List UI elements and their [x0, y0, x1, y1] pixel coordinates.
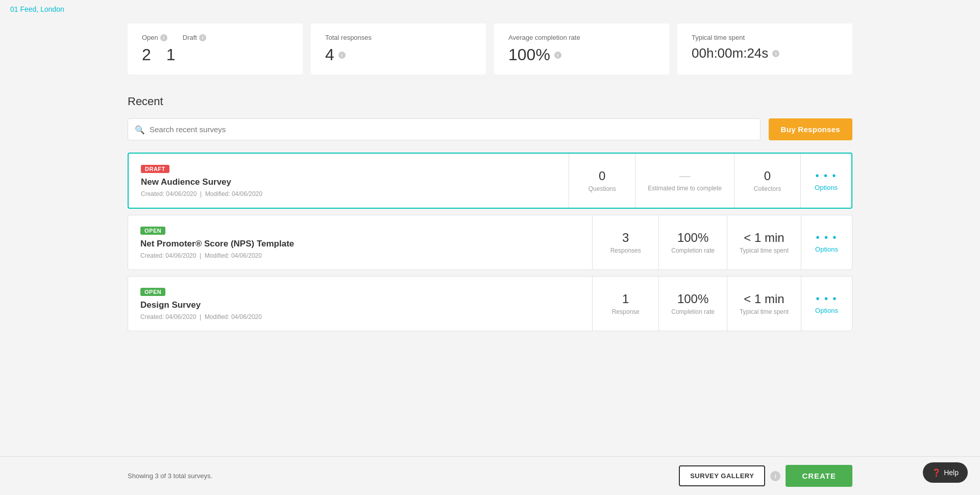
draft-info-icon[interactable]: i — [199, 34, 206, 41]
total-responses-value: 4 — [325, 45, 334, 64]
recent-section: Recent 🔍 Buy Responses DRAFT New Audienc… — [128, 95, 852, 331]
footer-actions: SURVEY GALLERY i CREATE — [679, 465, 852, 487]
search-icon: 🔍 — [135, 125, 145, 134]
options-label-1: Options — [815, 184, 838, 191]
survey-stat-label-1b: Estimated time to complete — [648, 185, 722, 192]
typical-time-label: Typical time spent — [692, 34, 745, 41]
survey-stat-1a: 0 Questions — [569, 154, 635, 208]
survey-stat-2a: 3 Responses — [592, 215, 658, 269]
status-badge-1: DRAFT — [141, 165, 169, 173]
survey-stat-value-3a: 1 — [622, 292, 629, 306]
survey-stat-1b: — Estimated time to complete — [635, 154, 734, 208]
survey-stat-value-3b: 100% — [677, 292, 708, 306]
typical-time-card: Typical time spent 00h:00m:24s i — [677, 23, 852, 75]
survey-stat-label-2b: Completion rate — [671, 247, 715, 254]
survey-stat-label-2c: Typical time spent — [740, 247, 789, 254]
help-label: Help — [944, 468, 959, 477]
avg-completion-card: Average completion rate 100% i — [494, 23, 669, 75]
survey-meta-2: Created: 04/06/2020 | Modified: 04/06/20… — [140, 252, 580, 259]
survey-stat-3b: 100% Completion rate — [658, 277, 727, 331]
typical-time-value: 00h:00m:24s — [692, 45, 768, 61]
survey-info-2[interactable]: OPEN Net Promoter® Score (NPS) Template … — [128, 215, 592, 269]
stats-row: Open i Draft i 2 1 Total responses 4 i — [128, 23, 852, 75]
survey-stat-label-1c: Collectors — [754, 185, 781, 192]
survey-list: DRAFT New Audience Survey Created: 04/06… — [128, 153, 852, 331]
showing-text: Showing 3 of 3 total surveys. — [128, 472, 212, 480]
survey-options-3[interactable]: • • • Options — [801, 277, 852, 331]
survey-stat-2b: 100% Completion rate — [658, 215, 727, 269]
survey-stat-label-3a: Response — [612, 308, 640, 315]
options-dots-3: • • • — [816, 293, 837, 305]
total-responses-info-icon[interactable]: i — [338, 52, 346, 59]
survey-card-2: OPEN Net Promoter® Score (NPS) Template … — [128, 215, 852, 270]
draft-value: 1 — [166, 45, 176, 64]
survey-stat-value-1b: — — [679, 169, 691, 183]
survey-title-3: Design Survey — [140, 300, 580, 310]
recent-title: Recent — [128, 95, 852, 108]
status-badge-2: OPEN — [140, 227, 165, 235]
survey-stat-2c: < 1 min Typical time spent — [727, 215, 801, 269]
survey-stat-value-2b: 100% — [677, 231, 708, 245]
options-label-3: Options — [815, 307, 838, 314]
search-box: 🔍 — [128, 118, 761, 140]
draft-label: Draft — [183, 34, 197, 41]
survey-card-1: DRAFT New Audience Survey Created: 04/06… — [128, 153, 852, 209]
survey-meta-3: Created: 04/06/2020 | Modified: 04/06/20… — [140, 313, 580, 320]
avg-completion-value: 100% — [508, 45, 550, 64]
survey-card-3: OPEN Design Survey Created: 04/06/2020 |… — [128, 276, 852, 331]
open-label: Open — [142, 34, 158, 41]
survey-gallery-button[interactable]: SURVEY GALLERY — [679, 465, 765, 486]
open-draft-card: Open i Draft i 2 1 — [128, 23, 303, 75]
survey-stat-value-2c: < 1 min — [744, 231, 784, 245]
help-icon: ❓ — [932, 468, 941, 477]
search-input[interactable] — [128, 118, 761, 140]
survey-stat-1c: 0 Collectors — [734, 154, 800, 208]
survey-stat-3c: < 1 min Typical time spent — [727, 277, 801, 331]
total-responses-label: Total responses — [325, 34, 372, 41]
status-badge-3: OPEN — [140, 288, 165, 296]
help-button[interactable]: ❓ Help — [923, 462, 968, 483]
footer: Showing 3 of 3 total surveys. SURVEY GAL… — [0, 456, 980, 495]
options-dots-1: • • • — [815, 170, 837, 182]
survey-meta-1: Created: 04/06/2020 | Modified: 04/06/20… — [141, 190, 556, 197]
avg-completion-label: Average completion rate — [508, 34, 580, 41]
survey-stat-value-2a: 3 — [622, 231, 629, 245]
survey-stat-value-1c: 0 — [764, 169, 771, 183]
survey-stat-label-1a: Questions — [589, 185, 616, 192]
survey-options-2[interactable]: • • • Options — [801, 215, 852, 269]
footer-info-icon[interactable]: i — [770, 471, 780, 481]
typical-time-info-icon[interactable]: i — [772, 50, 779, 57]
open-info-icon[interactable]: i — [160, 34, 167, 41]
survey-stat-label-2a: Responses — [610, 247, 641, 254]
options-dots-2: • • • — [816, 232, 837, 243]
survey-options-1[interactable]: • • • Options — [800, 154, 851, 208]
avg-completion-info-icon[interactable]: i — [554, 52, 561, 59]
survey-info-1[interactable]: DRAFT New Audience Survey Created: 04/06… — [129, 154, 569, 208]
survey-stat-value-1a: 0 — [599, 169, 605, 183]
survey-info-3[interactable]: OPEN Design Survey Created: 04/06/2020 |… — [128, 277, 592, 331]
create-button[interactable]: CREATE — [786, 465, 852, 487]
survey-stat-3a: 1 Response — [592, 277, 658, 331]
search-bar-row: 🔍 Buy Responses — [128, 118, 852, 140]
buy-responses-button[interactable]: Buy Responses — [769, 118, 852, 140]
survey-stat-value-3c: < 1 min — [744, 292, 784, 306]
survey-title-1: New Audience Survey — [141, 177, 556, 187]
total-responses-card: Total responses 4 i — [311, 23, 486, 75]
survey-title-2: Net Promoter® Score (NPS) Template — [140, 239, 580, 249]
options-label-2: Options — [815, 245, 838, 253]
open-value: 2 — [142, 45, 151, 64]
survey-stat-label-3c: Typical time spent — [740, 308, 789, 315]
survey-stat-label-3b: Completion rate — [671, 308, 715, 315]
top-link[interactable]: 01 Feed, London — [0, 0, 75, 18]
